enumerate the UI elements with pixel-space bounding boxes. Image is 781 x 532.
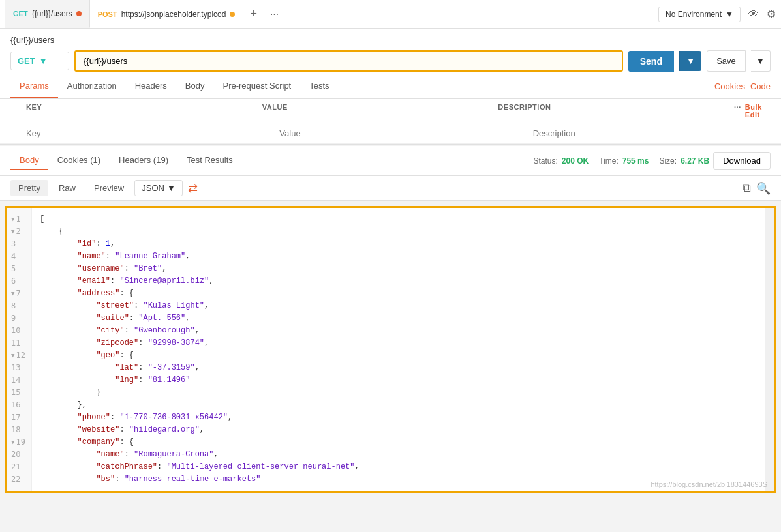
request-tabs: Params Authorization Headers Body Pre-re… xyxy=(0,74,781,99)
code-area: ▼1▼23456▼7891011▼12131415161718▼19202122… xyxy=(5,206,776,493)
env-label: No Environment xyxy=(666,10,722,19)
tab-dot-post xyxy=(230,12,235,17)
response-meta: Status: 200 OK Time: 755 ms Size: 6.27 K… xyxy=(533,152,771,170)
tab-tests[interactable]: Tests xyxy=(300,74,338,98)
format-raw[interactable]: Raw xyxy=(51,180,84,196)
params-desc-input[interactable] xyxy=(533,126,776,141)
size-label: Size: xyxy=(659,156,677,166)
params-actions-header: ··· Bulk Edit xyxy=(729,103,781,119)
params-header-row: KEY VALUE DESCRIPTION ··· Bulk Edit xyxy=(0,99,781,123)
status-value: 200 OK xyxy=(562,156,589,166)
tab-method-get: GET xyxy=(13,10,28,18)
tab-dot-get xyxy=(76,11,82,16)
eye-icon[interactable]: 👁 xyxy=(748,8,759,20)
tab-authorization[interactable]: Authorization xyxy=(58,74,126,98)
line-numbers: ▼1▼23456▼7891011▼12131415161718▼19202122 xyxy=(7,208,32,491)
top-right-controls: No Environment ▼ 👁 ⚙ xyxy=(658,7,776,22)
format-preview[interactable]: Preview xyxy=(86,180,132,196)
save-button[interactable]: Save xyxy=(707,50,746,72)
url-input-wrapper xyxy=(74,50,623,72)
more-tabs-button[interactable]: ··· xyxy=(264,8,285,20)
params-key-input[interactable] xyxy=(26,126,269,141)
status-label: Status: xyxy=(533,156,557,166)
size-value: 6.27 KB xyxy=(681,156,709,166)
format-json-select[interactable]: JSON ▼ xyxy=(134,180,183,196)
resp-tab-test-results[interactable]: Test Results xyxy=(177,151,242,170)
params-row xyxy=(0,123,781,144)
tab-url-post: https://jsonplaceholder.typicod xyxy=(121,10,226,19)
format-select-label: JSON xyxy=(142,183,164,193)
download-button[interactable]: Download xyxy=(713,152,771,170)
format-pretty[interactable]: Pretty xyxy=(10,180,48,196)
format-select-arrow: ▼ xyxy=(167,183,176,193)
code-link[interactable]: Code xyxy=(750,81,771,91)
bulk-edit-dots[interactable]: ··· xyxy=(734,103,741,119)
code-content[interactable]: [ { "id": 1, "name": "Leanne Graham", "u… xyxy=(32,208,765,491)
tab-bar: GET {{url}}/users POST https://jsonplace… xyxy=(0,0,781,29)
add-tab-button[interactable]: + xyxy=(243,7,264,21)
resp-tab-headers[interactable]: Headers (19) xyxy=(110,151,177,170)
req-tab-right: Cookies Code xyxy=(714,81,771,91)
wrap-icon[interactable]: ⇄ xyxy=(188,181,198,196)
response-header: Body Cookies (1) Headers (19) Test Resul… xyxy=(0,146,781,176)
env-dropdown-arrow: ▼ xyxy=(726,10,733,19)
resp-tab-body[interactable]: Body xyxy=(10,151,48,170)
send-dropdown-button[interactable]: ▼ xyxy=(679,51,701,71)
time-label: Time: xyxy=(599,156,619,166)
tab-method-post: POST xyxy=(98,10,117,18)
tab-url-get: {{url}}/users xyxy=(32,9,72,18)
method-arrow: ▼ xyxy=(39,56,48,66)
gear-icon[interactable]: ⚙ xyxy=(767,8,776,20)
params-value-header: VALUE xyxy=(257,103,493,119)
tab-headers[interactable]: Headers xyxy=(126,74,176,98)
tab-get-users[interactable]: GET {{url}}/users xyxy=(5,0,90,28)
save-dropdown-button[interactable]: ▼ xyxy=(751,50,771,72)
tab-post[interactable]: POST https://jsonplaceholder.typicod xyxy=(90,0,244,28)
tab-params[interactable]: Params xyxy=(10,74,58,98)
search-resp-icon[interactable]: 🔍 xyxy=(756,181,771,196)
environment-select[interactable]: No Environment ▼ xyxy=(658,7,741,22)
send-button[interactable]: Send xyxy=(628,51,674,72)
method-select[interactable]: GET ▼ xyxy=(10,52,69,70)
request-title: {{url}}/users xyxy=(10,35,771,45)
params-desc-header: DESCRIPTION xyxy=(493,103,729,119)
params-value-input[interactable] xyxy=(279,126,522,141)
toolbar-right: ⧉ 🔍 xyxy=(743,181,771,196)
params-row-value[interactable] xyxy=(274,126,527,141)
params-key-header: KEY xyxy=(21,103,257,119)
response-tabs: Body Cookies (1) Headers (19) Test Resul… xyxy=(10,151,242,170)
cookies-link[interactable]: Cookies xyxy=(714,81,745,91)
tab-prerequest[interactable]: Pre-request Script xyxy=(213,74,300,98)
params-row-key[interactable] xyxy=(21,126,274,141)
scrollbar[interactable] xyxy=(765,208,774,491)
resp-tab-cookies[interactable]: Cookies (1) xyxy=(48,151,110,170)
watermark: https://blog.csdn.net/2bj183144693S xyxy=(651,480,767,488)
params-check-header xyxy=(0,103,21,119)
method-label: GET xyxy=(18,56,35,66)
bulk-edit-link[interactable]: Bulk Edit xyxy=(745,103,776,119)
url-input[interactable] xyxy=(74,50,623,72)
copy-icon[interactable]: ⧉ xyxy=(743,181,751,196)
resp-toolbar: Pretty Raw Preview JSON ▼ ⇄ ⧉ 🔍 xyxy=(0,176,781,201)
time-value: 755 ms xyxy=(622,156,649,166)
url-area: {{url}}/users GET ▼ Send ▼ Save ▼ xyxy=(0,29,781,74)
tab-body[interactable]: Body xyxy=(176,74,214,98)
url-bar: GET ▼ Send ▼ Save ▼ xyxy=(10,50,771,72)
params-table: KEY VALUE DESCRIPTION ··· Bulk Edit xyxy=(0,99,781,145)
params-row-desc[interactable] xyxy=(528,126,781,141)
